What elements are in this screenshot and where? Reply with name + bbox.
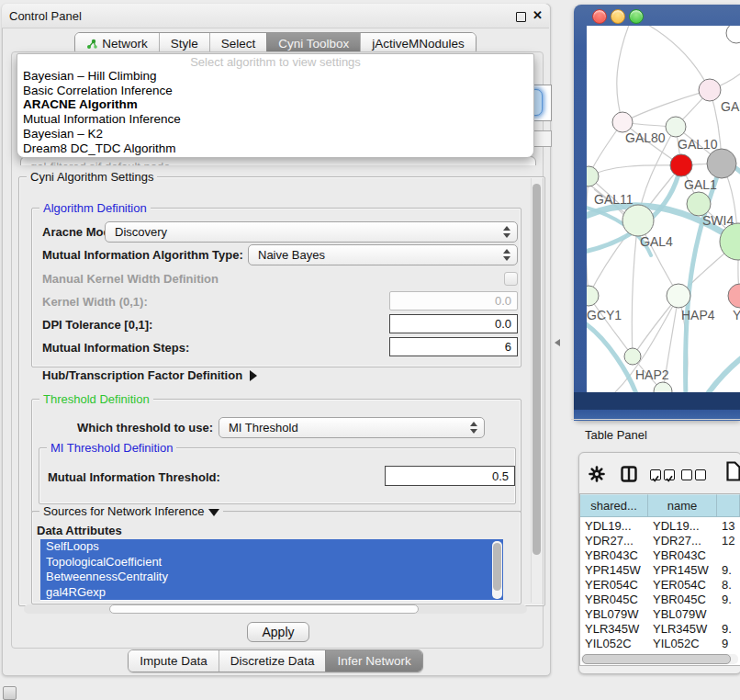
algorithm-option-mutual-information-inference[interactable]: Mutual Information Inference — [17, 112, 533, 127]
dpi-tolerance-field[interactable] — [389, 314, 518, 333]
close-icon[interactable]: ✕ — [533, 8, 543, 22]
which-threshold-select[interactable]: MI Threshold — [219, 417, 485, 438]
network-graph: GALGAL80GAL10GAL1GAL11SWI4GAL4HAP4YGCY1H… — [587, 26, 740, 392]
float-window-icon[interactable] — [516, 12, 526, 22]
settings-vertical-scrollbar-thumb[interactable] — [533, 184, 541, 555]
hub-definition-section[interactable]: Hub/Transcription Factor Definition — [42, 368, 257, 382]
table-cell: YER054C — [580, 578, 648, 592]
zoom-traffic-light[interactable] — [629, 9, 644, 24]
bottom-tab-discretize-data[interactable]: Discretize Data — [219, 650, 326, 672]
table-cell: 12 — [717, 534, 740, 548]
attribute-item-topologicalcoefficient[interactable]: TopologicalCoefficient — [40, 555, 503, 570]
control-panel-titlebar[interactable] — [2, 4, 549, 28]
table-panel-separator — [571, 419, 740, 420]
network-node-gal4[interactable] — [622, 205, 654, 236]
network-node-gal80[interactable] — [612, 112, 633, 132]
network-window-bottom-band — [574, 392, 740, 410]
mi-threshold-field[interactable] — [385, 466, 515, 486]
column-header-2[interactable] — [717, 494, 740, 517]
bottom-tab-infer-network[interactable]: Infer Network — [325, 650, 421, 672]
mi-steps-field[interactable] — [389, 337, 518, 356]
attribute-item-gal4rgexp[interactable]: gal4RGexp — [40, 585, 503, 601]
network-node-gal10[interactable] — [666, 117, 686, 137]
network-node-y[interactable] — [728, 284, 740, 308]
settings-horizontal-scrollbar-thumb[interactable] — [109, 604, 419, 614]
node-label: GAL11 — [594, 192, 633, 207]
tab-label: Style — [171, 37, 198, 51]
mi-threshold-label: Mutual Information Threshold: — [48, 470, 220, 484]
node-label: HAP4 — [681, 308, 715, 322]
table-row[interactable]: YPR145WYPR145W9. — [580, 562, 740, 577]
network-edge[interactable] — [587, 176, 589, 296]
table-cell: YIL052C — [648, 637, 717, 650]
network-edge[interactable] — [617, 26, 631, 122]
gear-icon[interactable] — [589, 466, 605, 486]
table-row[interactable]: YER054CYER054C8. — [580, 577, 740, 592]
collapsed-disclosure-icon[interactable] — [250, 370, 257, 381]
split-columns-icon[interactable] — [621, 466, 637, 486]
attributes-list-scrollbar-thumb[interactable] — [493, 543, 501, 591]
sources-title-text: Sources for Network Inference — [43, 504, 205, 518]
algorithm-option-dream8-dc-tdc-algorithm[interactable]: Dream8 DC_TDC Algorithm — [17, 141, 533, 156]
manual-kernel-checkbox[interactable] — [504, 272, 518, 286]
spinner-arrows-icon — [503, 226, 510, 238]
table-row[interactable]: YDR27...YDR27...12 — [580, 533, 740, 548]
tab-label: Cyni Toolbox — [278, 37, 349, 51]
new-column-icon[interactable] — [726, 461, 740, 485]
mi-type-select[interactable]: Naive Bayes — [248, 244, 518, 265]
table-cell: YBR045C — [580, 593, 648, 606]
network-edge[interactable] — [589, 165, 681, 176]
splitpane-collapse-arrow-icon[interactable] — [555, 339, 560, 346]
kernel-width-field[interactable] — [389, 291, 518, 310]
table-row[interactable]: YDL19...YDL19...13 — [580, 518, 740, 533]
network-node[interactable] — [726, 26, 740, 43]
network-edge[interactable] — [622, 90, 710, 122]
algorithm-option-bayesian-k2[interactable]: Bayesian – K2 — [17, 127, 533, 141]
node-label: HAP2 — [635, 367, 669, 382]
table-cell: 8. — [717, 578, 740, 592]
network-node-gal[interactable] — [699, 79, 721, 101]
network-edge[interactable] — [640, 26, 710, 90]
attribute-item-betweennesscentrality[interactable]: BetweennessCentrality — [40, 570, 503, 585]
network-node-hap2[interactable] — [624, 348, 641, 365]
column-header-name[interactable]: name — [648, 494, 717, 517]
close-traffic-light[interactable] — [592, 9, 607, 24]
minimize-traffic-light[interactable] — [611, 9, 625, 24]
data-attributes-list[interactable]: SelfLoopsTopologicalCoefficientBetweenne… — [40, 539, 503, 601]
apply-button[interactable]: Apply — [247, 622, 309, 642]
algorithm-option-basic-correlation-inference[interactable]: Basic Correlation Inference — [17, 84, 533, 98]
algorithm-option-aracne-algorithm[interactable]: ARACNE Algorithm — [17, 97, 533, 112]
table-body[interactable]: YDL19...YDL19...13YDR27...YDR27...12YBR0… — [580, 518, 740, 652]
table-row[interactable]: YBR043CYBR043C — [580, 548, 740, 562]
collapsed-panel-icon[interactable] — [3, 686, 17, 700]
aracne-mode-select[interactable]: Discovery — [105, 221, 518, 243]
table-row[interactable]: YBR045CYBR045C9. — [580, 592, 740, 606]
network-edge[interactable] — [632, 220, 638, 356]
table-horizontal-scrollbar-thumb[interactable] — [582, 654, 731, 664]
table-row[interactable]: YLR345WYLR345W9. — [580, 621, 740, 636]
network-node-gcy1[interactable] — [587, 286, 599, 306]
bottom-tab-impute-data[interactable]: Impute Data — [129, 650, 219, 672]
settings-group-title: Cyni Algorithm Settings — [27, 170, 157, 184]
deselect-all-checks-icon[interactable] — [681, 469, 706, 480]
network-node[interactable] — [707, 149, 736, 178]
screen: Control Panel ✕ NetworkStyleSelectCyni T… — [0, 0, 740, 700]
which-threshold-value: MI Threshold — [229, 421, 298, 435]
node-label: GAL1 — [684, 177, 717, 192]
attribute-item-selfloops[interactable]: SelfLoops — [40, 539, 503, 555]
column-header-shared[interactable]: shared... — [580, 494, 648, 517]
algorithm-option-bayesian-hill-climbing[interactable]: Bayesian – Hill Climbing — [17, 69, 533, 84]
mi-threshold-group-title: MI Threshold Definition — [47, 441, 176, 455]
table-cell: 9. — [717, 563, 740, 577]
table-row[interactable]: YIL052CYIL052C9 — [580, 636, 740, 650]
table-row[interactable]: YBL079WYBL079W — [580, 606, 740, 621]
network-node-hap4[interactable] — [667, 284, 690, 308]
table-cell: 9. — [717, 593, 740, 606]
network-node-gal1[interactable] — [670, 154, 692, 176]
select-all-checks-icon[interactable] — [650, 469, 675, 480]
node-label: GAL4 — [640, 234, 673, 249]
network-edge-highlighted[interactable] — [704, 349, 740, 392]
expanded-disclosure-icon[interactable] — [208, 509, 219, 516]
spinner-arrows-icon — [503, 249, 510, 261]
network-canvas[interactable]: GALGAL80GAL10GAL1GAL11SWI4GAL4HAP4YGCY1H… — [587, 26, 740, 392]
